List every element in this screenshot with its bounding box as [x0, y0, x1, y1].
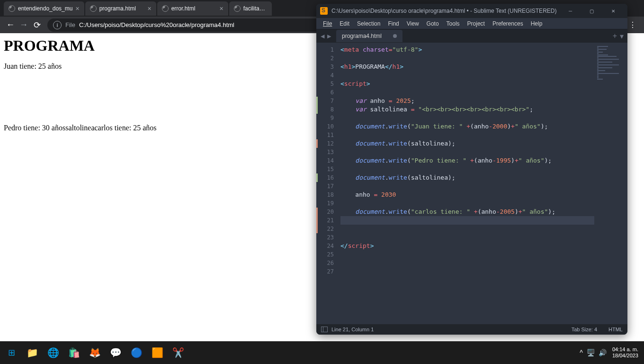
- gutter: 1234567891011121314151617181920212223242…: [316, 43, 338, 324]
- status-tabsize[interactable]: Tab Size: 4: [572, 327, 597, 332]
- status-position[interactable]: Line 21, Column 1: [331, 327, 374, 332]
- browser-tab[interactable]: entendiendo_dos_mu×: [4, 1, 84, 16]
- close-icon[interactable]: ×: [219, 5, 223, 12]
- menu-find[interactable]: Find: [384, 19, 402, 28]
- menu-bar: File Edit Selection Find View Goto Tools…: [316, 18, 627, 29]
- url-text: C:/Users/poiso/Desktop/curso%20oracle/pr…: [79, 21, 234, 28]
- menu-view[interactable]: View: [403, 19, 423, 28]
- menu-goto[interactable]: Goto: [423, 19, 443, 28]
- close-icon[interactable]: ×: [75, 5, 79, 12]
- menu-tools[interactable]: Tools: [443, 19, 464, 28]
- menu-help[interactable]: Help: [527, 19, 546, 28]
- reload-button[interactable]: ⟳: [30, 18, 44, 32]
- editor[interactable]: 1234567891011121314151617181920212223242…: [316, 43, 627, 324]
- chrome-icon[interactable]: 🔵: [127, 343, 146, 362]
- firefox-icon[interactable]: 🦊: [85, 343, 104, 362]
- store-icon[interactable]: 🛍️: [64, 343, 83, 362]
- tab-dropdown-icon[interactable]: ▾: [620, 32, 624, 41]
- maximize-button[interactable]: ▢: [581, 4, 602, 18]
- menu-preferences[interactable]: Preferences: [489, 19, 527, 28]
- globe-icon: [9, 5, 15, 12]
- clock-time: 04:14 a. m.: [612, 346, 638, 353]
- code-area[interactable]: <meta charset="utf-8"> <h1>PROGRAMA</h1>…: [338, 43, 627, 324]
- sidebar-toggle-icon[interactable]: [321, 327, 328, 332]
- editor-tab-bar: ◀ ▶ programa4.html + ▾: [316, 29, 627, 43]
- clock-date: 18/04/2023: [612, 353, 638, 359]
- globe-icon: [234, 5, 241, 12]
- minimap[interactable]: [594, 43, 627, 324]
- minimize-button[interactable]: ─: [560, 4, 581, 18]
- explorer-icon[interactable]: 📁: [23, 343, 42, 362]
- menu-edit[interactable]: Edit: [336, 19, 353, 28]
- status-bar: Line 21, Column 1 Tab Size: 4 HTML: [316, 324, 627, 335]
- globe-icon: [162, 5, 169, 12]
- tab-title: entendiendo_dos_mu: [18, 5, 72, 12]
- kebab-menu-icon[interactable]: ⋮: [629, 20, 636, 29]
- tab-title: programa.html: [99, 5, 145, 12]
- browser-tab[interactable]: facilitando.htm: [229, 1, 272, 16]
- network-icon[interactable]: 🖥️: [587, 349, 595, 356]
- tab-title: facilitando.htm: [243, 5, 267, 12]
- editor-tab-label: programa4.html: [342, 33, 382, 39]
- menu-file[interactable]: File: [319, 19, 336, 28]
- window-title: C:\Users\poiso\Desktop\curso oracle\prog…: [331, 8, 560, 14]
- info-icon[interactable]: i: [53, 21, 62, 29]
- tray-expand-icon[interactable]: ^: [580, 349, 583, 356]
- clock[interactable]: 04:14 a. m. 18/04/2023: [612, 346, 642, 359]
- close-icon[interactable]: ×: [147, 5, 151, 12]
- browser-tab[interactable]: programa.html×: [85, 1, 156, 16]
- snipping-icon[interactable]: ✂️: [169, 343, 188, 362]
- back-button[interactable]: ←: [4, 18, 17, 32]
- menu-project[interactable]: Project: [464, 19, 489, 28]
- edge-icon[interactable]: 🌐: [44, 343, 63, 362]
- system-tray: ^ 🖥️ 🔊 04:14 a. m. 18/04/2023: [580, 346, 642, 359]
- taskbar: ⊞ 📁 🌐 🛍️ 🦊 💬 🔵 🟧 ✂️ ^ 🖥️ 🔊 04:14 a. m. 1…: [0, 341, 644, 364]
- sublime-icon: [320, 7, 328, 15]
- tab-forward-icon[interactable]: ▶: [326, 33, 332, 39]
- discord-icon[interactable]: 💬: [106, 343, 125, 362]
- unsaved-indicator-icon: [393, 34, 397, 38]
- close-button[interactable]: ✕: [602, 4, 624, 18]
- forward-button[interactable]: →: [17, 18, 30, 32]
- tab-title: error.html: [171, 5, 217, 12]
- url-scheme-label: File: [65, 21, 75, 28]
- browser-tab[interactable]: error.html×: [157, 1, 228, 16]
- tab-back-icon[interactable]: ◀: [319, 33, 326, 39]
- start-button[interactable]: ⊞: [2, 343, 21, 362]
- menu-selection[interactable]: Selection: [353, 19, 384, 28]
- titlebar[interactable]: C:\Users\poiso\Desktop\curso oracle\prog…: [316, 4, 627, 18]
- volume-icon[interactable]: 🔊: [599, 349, 607, 356]
- new-tab-icon[interactable]: +: [613, 32, 617, 41]
- sublime-taskbar-icon[interactable]: 🟧: [148, 343, 167, 362]
- sublime-window: C:\Users\poiso\Desktop\curso oracle\prog…: [316, 4, 627, 335]
- globe-icon: [90, 5, 97, 12]
- editor-tab[interactable]: programa4.html: [336, 30, 402, 42]
- status-language[interactable]: HTML: [608, 327, 623, 332]
